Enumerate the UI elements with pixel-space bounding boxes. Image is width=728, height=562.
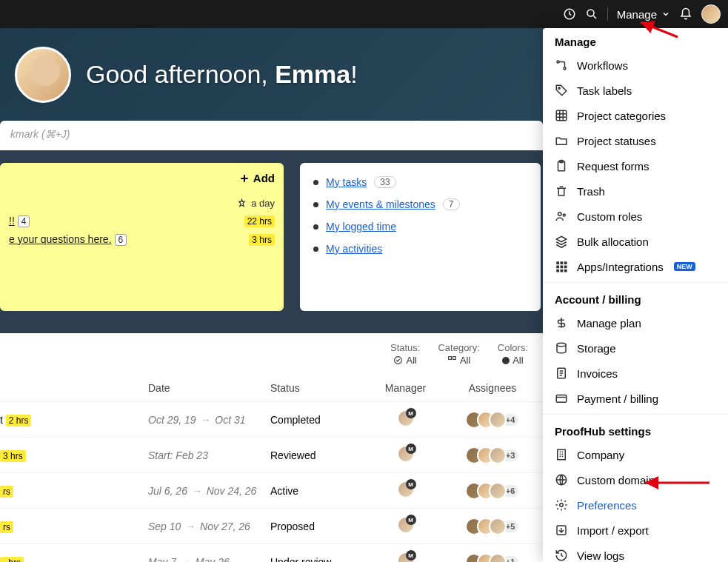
avatar: M bbox=[397, 516, 415, 534]
clock-icon[interactable] bbox=[563, 7, 576, 21]
tag-icon bbox=[555, 84, 568, 97]
note-text[interactable]: !! bbox=[9, 215, 15, 227]
link-text[interactable]: My tasks bbox=[326, 176, 367, 188]
greeting-suffix: ! bbox=[350, 60, 357, 88]
table-row[interactable]: ‑ hrs May 7 → May 26 Under review M +1 bbox=[0, 544, 543, 562]
dropdown-item-label: Invoices bbox=[577, 367, 618, 380]
dropdown-item-payment-billing[interactable]: Payment / billing bbox=[543, 386, 728, 411]
notes-card: Add a day !!422 hrse your questions here… bbox=[0, 163, 284, 311]
note-rows: !!422 hrse your questions here.63 hrs bbox=[9, 215, 275, 246]
filter-category[interactable]: Category: All bbox=[438, 342, 479, 366]
header-status[interactable]: Status bbox=[270, 382, 363, 394]
header-manager[interactable]: Manager bbox=[363, 382, 448, 394]
hrs-badge: 2 hrs bbox=[6, 415, 32, 426]
add-button[interactable]: Add bbox=[238, 172, 275, 184]
avatar bbox=[489, 518, 507, 535]
avatar: M bbox=[397, 552, 415, 562]
dropdown-item-project-categories[interactable]: Project categories bbox=[543, 103, 728, 128]
bell-icon[interactable] bbox=[679, 7, 692, 21]
search-icon[interactable] bbox=[585, 7, 598, 21]
avatar bbox=[489, 482, 507, 500]
dropdown-section-header: ProofHub settings bbox=[543, 418, 728, 442]
search-input[interactable]: kmark (⌘+J) bbox=[0, 121, 543, 150]
assignees-cell: +5 bbox=[448, 518, 537, 535]
manager-cell: M bbox=[363, 481, 448, 501]
header-date[interactable]: Date bbox=[148, 382, 270, 394]
svg-rect-21 bbox=[564, 270, 567, 272]
dropdown-item-label: Project statuses bbox=[577, 135, 656, 147]
table-row[interactable]: rs Jul 6, 26 → Nov 24, 26 Active M +6 bbox=[0, 473, 543, 509]
manager-badge: M bbox=[406, 550, 416, 561]
note-text[interactable]: e your questions here. bbox=[9, 233, 112, 245]
link-row: My tasks33 bbox=[313, 176, 527, 188]
table-header: Date Status Manager Assignees bbox=[0, 375, 543, 402]
link-text[interactable]: My logged time bbox=[326, 221, 396, 233]
dropdown-section-header: Account / billing bbox=[543, 286, 728, 310]
gear-icon bbox=[555, 498, 568, 512]
assignees-cell: +3 bbox=[448, 446, 537, 464]
svg-rect-4 bbox=[453, 357, 455, 360]
filter-colors-value: All bbox=[512, 355, 523, 366]
bullet-icon bbox=[313, 202, 318, 207]
link-row: My events & milestones7 bbox=[313, 198, 527, 210]
filter-colors-label: Colors: bbox=[498, 342, 528, 353]
dropdown-item-custom-roles[interactable]: Custom roles bbox=[543, 204, 728, 229]
hrs-badge: rs bbox=[0, 486, 13, 498]
bullet-icon bbox=[313, 224, 318, 230]
link-text[interactable]: My events & milestones bbox=[326, 198, 435, 210]
pin-icon bbox=[237, 198, 247, 208]
table-row[interactable]: t 2 hrs Oct 29, 19 → Oct 31 Completed M … bbox=[0, 402, 543, 438]
dropdown-item-label: Custom roles bbox=[577, 210, 642, 223]
dropdown-item-storage[interactable]: Storage bbox=[543, 335, 728, 361]
avatar[interactable] bbox=[701, 4, 721, 24]
dropdown-item-bulk-allocation[interactable]: Bulk allocation bbox=[543, 229, 728, 254]
filter-status[interactable]: Status: All bbox=[390, 342, 420, 366]
dropdown-item-workflows[interactable]: Workflows bbox=[543, 53, 728, 78]
dropdown-item-request-forms[interactable]: Request forms bbox=[543, 153, 728, 178]
date-cell: May 7 → May 26 bbox=[148, 556, 270, 563]
dropdown-item-invoices[interactable]: Invoices bbox=[543, 361, 728, 386]
dropdown-item-label: Project categories bbox=[577, 110, 666, 122]
tag-prefix: t bbox=[0, 414, 3, 426]
svg-point-27 bbox=[560, 504, 564, 507]
dropdown-item-manage-plan[interactable]: Manage plan bbox=[543, 310, 728, 335]
avatar bbox=[489, 553, 507, 563]
dropdown-item-company[interactable]: Company bbox=[543, 442, 728, 467]
table-row[interactable]: rs Sep 10 → Nov 27, 26 Proposed M +5 bbox=[0, 509, 543, 544]
dropdown-item-trash[interactable]: Trash bbox=[543, 178, 728, 204]
dropdown-item-label: Trash bbox=[577, 185, 605, 198]
count-badge: 6 bbox=[115, 234, 127, 246]
assignees-cell: +6 bbox=[448, 482, 537, 500]
dropdown-item-custom-domain[interactable]: Custom domain bbox=[543, 467, 728, 492]
header-assignees[interactable]: Assignees bbox=[448, 382, 537, 394]
dropdown-item-import-export[interactable]: Import / export bbox=[543, 518, 728, 543]
table-row[interactable]: 3 hrs Start: Feb 23 Reviewed M +3 bbox=[0, 438, 543, 473]
dropdown-item-apps-integrations[interactable]: Apps/IntegrationsNEW bbox=[543, 254, 728, 279]
dropdown-item-task-labels[interactable]: Task labels bbox=[543, 78, 728, 103]
manage-dropdown-button[interactable]: Manage bbox=[617, 8, 670, 21]
date-cell: Jul 6, 26 → Nov 24, 26 bbox=[148, 485, 270, 497]
status-cell: Proposed bbox=[270, 521, 363, 532]
link-text[interactable]: My activities bbox=[326, 243, 382, 255]
date-cell: Sep 10 → Nov 27, 26 bbox=[148, 521, 270, 532]
dropdown-item-label: Task labels bbox=[577, 84, 632, 97]
greeting-name: Emma bbox=[275, 60, 350, 88]
svg-rect-3 bbox=[449, 357, 452, 360]
dropdown-item-view-logs[interactable]: View logs bbox=[543, 543, 728, 562]
bullet-icon bbox=[313, 247, 318, 252]
filter-status-value: All bbox=[406, 355, 416, 366]
greeting: Good afternoon, Emma! bbox=[86, 60, 358, 89]
link-row: My activities bbox=[313, 243, 527, 255]
links-card: My tasks33My events & milestones7My logg… bbox=[300, 163, 541, 311]
filters: Status: All Category: All Colors: All bbox=[0, 333, 543, 375]
dropdown-item-label: View logs bbox=[577, 549, 624, 562]
dropdown-item-project-statuses[interactable]: Project statuses bbox=[543, 128, 728, 153]
new-badge: NEW bbox=[674, 262, 695, 271]
dropdown-item-label: Company bbox=[577, 449, 624, 461]
greeting-prefix: Good afternoon, bbox=[86, 60, 275, 88]
clipboard-icon bbox=[555, 159, 568, 173]
filter-colors[interactable]: Colors: All bbox=[498, 342, 528, 366]
dropdown-item-preferences[interactable]: Preferences bbox=[543, 492, 728, 518]
status-cell: Completed bbox=[270, 414, 363, 426]
manager-cell: M bbox=[363, 409, 448, 429]
